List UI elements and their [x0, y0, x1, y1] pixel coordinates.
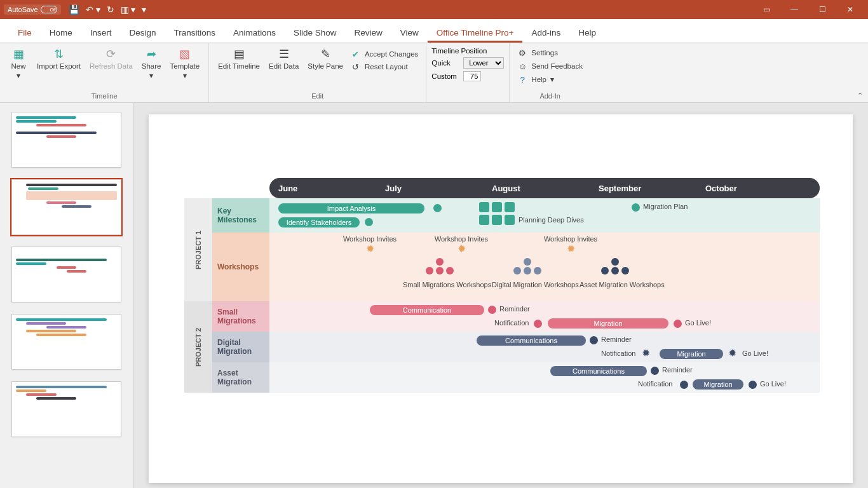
milestone-reminder[interactable] [488, 306, 496, 314]
quick-label: Quick [431, 59, 459, 67]
custom-input[interactable] [463, 71, 481, 81]
new-button[interactable]: ▦New▾ [5, 46, 32, 92]
burst-icon[interactable]: ✹ [642, 347, 650, 359]
bar-communication[interactable]: Communication [370, 305, 484, 315]
project-2: PROJECT 2 Small Migrations Communication… [184, 301, 820, 393]
check-icon: ✔ [351, 49, 361, 59]
maximize-icon[interactable]: ☐ [808, 0, 836, 19]
template-button[interactable]: ▧Template▾ [166, 46, 203, 92]
slide-canvas[interactable]: June July August September October PROJE… [133, 103, 868, 488]
burst-icon[interactable]: ✹ [458, 243, 466, 255]
deep-dive-icon[interactable] [505, 215, 515, 225]
label-reminder-1: Reminder [499, 305, 530, 313]
burst-icon[interactable]: ✹ [567, 243, 575, 255]
share-button[interactable]: ➦Share▾ [138, 46, 165, 92]
tab-insert[interactable]: Insert [81, 22, 121, 43]
minimize-icon[interactable]: — [780, 0, 808, 19]
bar-identify-stakeholders[interactable]: Identify Stakeholders [278, 217, 360, 227]
row-digital-migration: Digital Migration Communications Reminde… [212, 332, 820, 362]
bar-migration-2[interactable]: Migration [660, 349, 723, 359]
milestone-dot[interactable] [433, 204, 442, 212]
cluster-asset-migration[interactable] [601, 258, 629, 274]
tab-office-timeline[interactable]: Office Timeline Pro+ [428, 22, 523, 43]
tab-transitions[interactable]: Transitions [165, 22, 225, 43]
label-golive-3: Go Live! [760, 380, 786, 388]
present-icon[interactable]: ▥ ▾ [121, 4, 136, 15]
ribbon-group-timeline: ▦New▾ ⇅Import Export ⟳Refresh Data ➦Shar… [0, 43, 209, 102]
edit-timeline-button[interactable]: ▤Edit Timeline [214, 46, 264, 92]
cluster-small-migrations[interactable] [426, 258, 454, 274]
close-icon[interactable]: ✕ [836, 0, 864, 19]
burst-icon[interactable]: ✹ [728, 347, 736, 359]
ribbon-display-icon[interactable]: ▭ [752, 0, 780, 19]
ribbon-group-edit: ▤Edit Timeline ☰Edit Data ✎Style Pane ✔A… [209, 43, 426, 102]
month-june: June [269, 184, 376, 193]
ribbon-group-position: Timeline Position Quick Lower Custom [426, 43, 510, 102]
menu-bar: File Home Insert Design Transitions Anim… [0, 19, 868, 43]
slide-thumb-3[interactable] [11, 247, 121, 302]
slide-thumb-5[interactable] [11, 381, 121, 437]
tab-file[interactable]: File [9, 22, 41, 43]
autosave-label: AutoSave [8, 6, 38, 13]
save-icon[interactable]: 💾 [69, 4, 79, 15]
tab-slideshow[interactable]: Slide Show [285, 22, 346, 43]
settings-button[interactable]: ⚙Settings [515, 47, 585, 58]
label-invite-2: Workshop Invites [430, 235, 493, 243]
custom-label: Custom [431, 72, 459, 80]
accept-changes-button[interactable]: ✔Accept Changes [348, 48, 421, 60]
label-migration-plan: Migration Plan [643, 203, 688, 210]
deep-dive-icon[interactable] [492, 202, 502, 212]
refresh-data-button[interactable]: ⟳Refresh Data [86, 46, 137, 92]
milestone-migration-plan[interactable] [632, 203, 640, 212]
tab-addins[interactable]: Add-ins [522, 22, 569, 43]
label-digital-mig-ws: Digital Migration Workshops [492, 281, 562, 288]
tab-view[interactable]: View [391, 22, 428, 43]
tab-help[interactable]: Help [569, 22, 605, 43]
deep-dive-icon[interactable] [479, 215, 489, 225]
milestone-reminder-3[interactable] [651, 367, 659, 375]
milestone-notification[interactable] [534, 320, 542, 328]
tab-animations[interactable]: Animations [224, 22, 285, 43]
bar-communications-3[interactable]: Communications [550, 366, 647, 376]
import-export-button[interactable]: ⇅Import Export [33, 46, 85, 92]
edit-data-button[interactable]: ☰Edit Data [265, 46, 302, 92]
label-reminder-3: Reminder [662, 366, 693, 374]
style-pane-button[interactable]: ✎Style Pane [304, 46, 347, 92]
row-asset-migration: Asset Migration Communications Reminder … [212, 362, 820, 393]
collapse-ribbon-icon[interactable]: ⌃ [857, 92, 863, 100]
cluster-digital-migration[interactable] [513, 258, 541, 274]
bar-migration-1[interactable]: Migration [548, 318, 668, 329]
slide-thumb-2[interactable] [11, 179, 121, 235]
milestone-golive-3[interactable] [749, 381, 757, 389]
quick-access-toolbar: 💾 ↶ ▾ ↻ ▥ ▾ ▾ [69, 4, 147, 15]
project-2-label: PROJECT 2 [184, 301, 212, 393]
deep-dive-icon[interactable] [492, 215, 502, 225]
undo-icon[interactable]: ↶ ▾ [86, 4, 100, 15]
milestone-dot[interactable] [365, 218, 373, 226]
milestone-notification-3[interactable] [680, 381, 688, 389]
bar-impact-analysis[interactable]: Impact Analysis [278, 203, 424, 214]
feedback-button[interactable]: ☺Send Feedback [515, 60, 585, 72]
milestone-reminder-2[interactable] [590, 336, 598, 344]
burst-icon[interactable]: ✹ [366, 243, 374, 255]
tab-home[interactable]: Home [41, 22, 81, 43]
deep-dive-icon[interactable] [505, 202, 515, 212]
group-label-addin: Add-In [515, 92, 585, 101]
autosave-toggle[interactable]: AutoSave Off [4, 4, 61, 15]
slide-thumb-4[interactable] [11, 314, 121, 370]
milestone-golive-1[interactable] [674, 320, 682, 328]
reset-layout-button[interactable]: ↺Reset Layout [348, 61, 421, 72]
quick-select[interactable]: Lower [463, 57, 504, 69]
bar-communications-2[interactable]: Communications [477, 336, 586, 346]
slide-thumb-1[interactable] [11, 112, 121, 168]
bar-migration-3[interactable]: Migration [693, 379, 743, 390]
tab-design[interactable]: Design [121, 22, 165, 43]
label-reminder-2: Reminder [601, 336, 632, 343]
workspace: June July August September October PROJE… [0, 103, 868, 488]
help-button[interactable]: ?Help▾ [515, 74, 585, 85]
redo-icon[interactable]: ↻ [107, 4, 114, 15]
qat-more-icon[interactable]: ▾ [142, 4, 146, 15]
tab-review[interactable]: Review [345, 22, 391, 43]
month-august: August [483, 184, 590, 193]
deep-dive-icon[interactable] [479, 202, 489, 212]
